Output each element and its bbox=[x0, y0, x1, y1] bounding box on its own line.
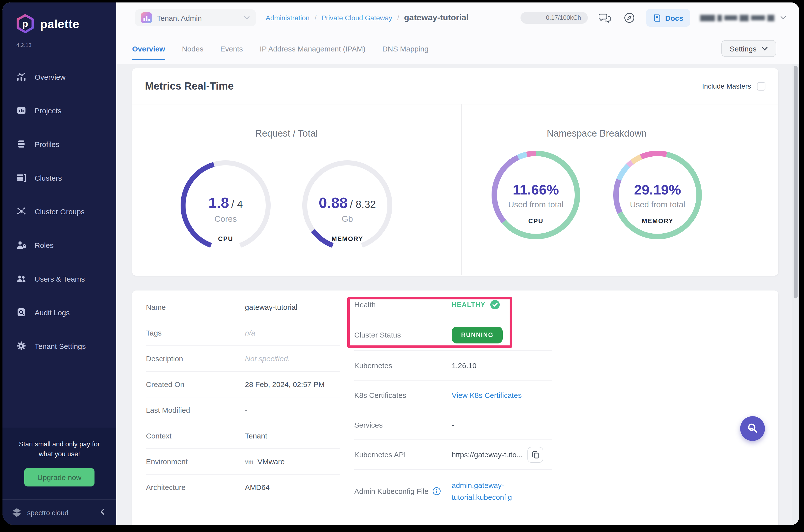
chevron-down-icon bbox=[762, 46, 768, 51]
row-label: Name bbox=[146, 303, 245, 311]
topbar: Tenant Admin Administration / Private Cl… bbox=[116, 2, 799, 33]
clusters-icon bbox=[16, 173, 26, 183]
sidebar-item-label: Audit Logs bbox=[35, 308, 70, 317]
roles-icon bbox=[16, 240, 26, 250]
breadcrumb-separator: / bbox=[314, 14, 317, 22]
tab-ip-address-management-ipam[interactable]: IP Address Management (IPAM) bbox=[260, 33, 365, 64]
projects-icon bbox=[16, 106, 26, 115]
sidebar-item-label: Clusters bbox=[35, 173, 62, 182]
row-value: - bbox=[245, 406, 247, 414]
upgrade-promo: Start small and only pay for what you us… bbox=[2, 428, 116, 499]
details-left-column: Namegateway-tutorialTagsn/aDescriptionNo… bbox=[146, 290, 340, 500]
docs-button-label: Docs bbox=[665, 14, 683, 22]
tenant-settings-icon bbox=[16, 341, 26, 351]
sidebar-nav: OverviewProjectsProfilesClustersCluster … bbox=[2, 65, 116, 358]
row-value: AMD64 bbox=[245, 483, 270, 491]
sidebar-item-projects[interactable]: Projects bbox=[2, 98, 116, 122]
sidebar-item-label: Users & Teams bbox=[35, 274, 85, 283]
settings-button[interactable]: Settings bbox=[721, 40, 776, 57]
breadcrumb-separator: / bbox=[397, 14, 399, 22]
kubeconfig-link[interactable]: admin.gateway-tutorial.kubeconfig bbox=[452, 480, 527, 503]
tab-overview[interactable]: Overview bbox=[132, 33, 165, 64]
copy-button[interactable] bbox=[528, 446, 543, 462]
cluster-groups-icon bbox=[16, 206, 26, 216]
explore-button[interactable] bbox=[623, 11, 636, 25]
tab-dns-mapping[interactable]: DNS Mapping bbox=[382, 33, 428, 64]
search-fab-button[interactable] bbox=[740, 416, 765, 441]
breadcrumb-private-cloud-gateway[interactable]: Private Cloud Gateway bbox=[321, 14, 392, 22]
metrics-card: Metrics Real-Time Include Masters Reques… bbox=[132, 68, 778, 276]
sidebar-item-roles[interactable]: Roles bbox=[2, 233, 116, 257]
detail-row-environment: EnvironmentvmVMware bbox=[146, 449, 340, 475]
tabs-row: OverviewNodesEventsIP Address Management… bbox=[116, 33, 799, 64]
settings-button-label: Settings bbox=[730, 44, 757, 53]
feedback-button[interactable] bbox=[598, 11, 613, 25]
sidebar-item-clusters[interactable]: Clusters bbox=[2, 166, 116, 190]
row-value: 1.0.5/... bbox=[452, 524, 476, 525]
info-icon[interactable] bbox=[433, 487, 441, 495]
metrics-body: Request / Total Namespace Breakdown 1.8 … bbox=[132, 104, 778, 275]
user-menu[interactable] bbox=[700, 15, 786, 21]
breadcrumb-administration[interactable]: Administration bbox=[266, 14, 309, 22]
sidebar-item-label: Projects bbox=[35, 106, 61, 115]
row-value: 28 Feb, 2024, 02:57 PM bbox=[245, 380, 325, 388]
app-version: 4.2.13 bbox=[2, 35, 116, 48]
scope-selector[interactable]: Tenant Admin bbox=[135, 10, 256, 26]
palette-logo-icon: p bbox=[15, 13, 35, 35]
sidebar-item-users-teams[interactable]: Users & Teams bbox=[2, 267, 116, 290]
search-icon bbox=[746, 422, 759, 435]
tab-nodes[interactable]: Nodes bbox=[182, 33, 203, 64]
profiles-icon bbox=[16, 139, 26, 149]
row-label: Created On bbox=[146, 380, 245, 388]
sidebar-item-label: Overview bbox=[35, 73, 65, 81]
detail-row-description: DescriptionNot specified. bbox=[146, 346, 340, 372]
sidebar-item-audit-logs[interactable]: Audit Logs bbox=[2, 300, 116, 324]
row-link[interactable]: View K8s Certificates bbox=[452, 391, 522, 399]
scrollbar[interactable] bbox=[792, 64, 799, 525]
upgrade-now-button[interactable]: Upgrade now bbox=[24, 468, 94, 487]
sidebar-item-label: Profiles bbox=[35, 140, 59, 148]
row-value: gateway-tutorial bbox=[245, 303, 298, 311]
chat-bubbles-icon bbox=[599, 12, 612, 24]
row-label: Kubernetes API bbox=[354, 450, 452, 459]
scrollbar-thumb[interactable] bbox=[793, 66, 798, 299]
detail-row-kubernetes-api: Kubernetes APIhttps://gateway-tuto... bbox=[354, 440, 552, 470]
memory-request-gauge-value: 0.88 / 8.32GbMEMORY bbox=[298, 194, 397, 243]
row-value: Tenant bbox=[245, 432, 267, 440]
detail-row-context: ContextTenant bbox=[146, 423, 340, 449]
detail-row-admin-kubeconfig-file: Admin Kubeconfig Fileadmin.gateway-tutor… bbox=[354, 470, 552, 513]
overview-icon bbox=[16, 72, 26, 82]
sidebar-item-overview[interactable]: Overview bbox=[2, 65, 116, 89]
kubernetes-api-value: https://gateway-tuto... bbox=[452, 446, 543, 462]
sidebar-item-tenant-settings[interactable]: Tenant Settings bbox=[2, 334, 116, 358]
app-name: palette bbox=[40, 17, 79, 31]
svg-text:p: p bbox=[22, 18, 28, 29]
detail-row-kubernetes: Kubernetes1.26.10 bbox=[354, 351, 552, 381]
copy-icon bbox=[532, 451, 539, 458]
sidebar-collapse-button[interactable] bbox=[97, 506, 107, 519]
row-label: Architecture bbox=[146, 483, 245, 491]
row-value: n/a bbox=[245, 329, 255, 337]
row-label: Admin Kubeconfig File bbox=[354, 487, 452, 495]
users-teams-icon bbox=[16, 274, 26, 284]
spectro-cloud-logo-icon bbox=[12, 507, 22, 518]
compass-icon bbox=[624, 12, 635, 24]
sidebar-footer: spectro cloud bbox=[2, 499, 116, 525]
docs-button[interactable]: Docs bbox=[646, 9, 690, 27]
sidebar-item-profiles[interactable]: Profiles bbox=[2, 132, 116, 156]
sidebar-item-label: Cluster Groups bbox=[35, 207, 84, 215]
topbar-actions: 0.17/100kCh bbox=[521, 9, 786, 27]
tenant-admin-icon bbox=[141, 12, 152, 23]
breadcrumb-current-gateway-tutorial: gateway-tutorial bbox=[404, 13, 468, 23]
row-label: Description bbox=[146, 354, 245, 363]
user-name-redacted bbox=[700, 15, 774, 21]
row-label: K8s Certificates bbox=[354, 391, 452, 399]
sidebar-item-label: Roles bbox=[35, 241, 54, 249]
page-content: Metrics Real-Time Include Masters Reques… bbox=[116, 64, 799, 525]
row-label: Kubernetes bbox=[354, 361, 452, 370]
include-masters-checkbox[interactable] bbox=[757, 82, 765, 90]
tab-events[interactable]: Events bbox=[220, 33, 243, 64]
logo: p palette bbox=[2, 2, 116, 35]
health-status: HEALTHY bbox=[452, 300, 500, 309]
sidebar-item-cluster-groups[interactable]: Cluster Groups bbox=[2, 200, 116, 223]
